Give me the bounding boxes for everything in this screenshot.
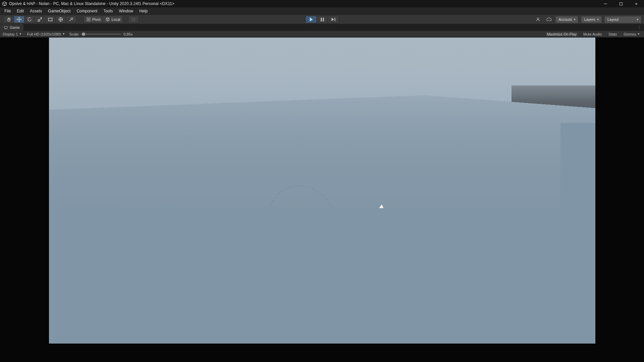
- language-region: INTL: [569, 355, 574, 358]
- console-warning-icon[interactable]: [2, 345, 7, 350]
- taskbar-app-discord[interactable]: [281, 351, 296, 362]
- taskbar-app-app-13[interactable]: X: [193, 351, 207, 362]
- taskbar-app-youtube[interactable]: ▶: [89, 351, 104, 362]
- collab-button[interactable]: [534, 16, 542, 23]
- taskbar-app-app-22[interactable]: [325, 351, 340, 362]
- discord-icon: [285, 353, 292, 360]
- battery-tray-icon[interactable]: [593, 351, 599, 362]
- close-button[interactable]: ×: [629, 0, 644, 7]
- tray-tray-app-1-icon[interactable]: [538, 354, 542, 359]
- handle-settings: Pivot Local: [84, 16, 123, 23]
- resolution-dropdown[interactable]: Full HD (644x362) ▾: [26, 32, 65, 36]
- start-button[interactable]: [0, 351, 15, 362]
- play-button[interactable]: [306, 16, 317, 23]
- hidden-icons-chevron[interactable]: ∧: [532, 351, 535, 362]
- rotate-icon: [27, 17, 32, 22]
- layout-dropdown[interactable]: Layout ▾: [604, 16, 641, 23]
- horse-head: [341, 203, 508, 344]
- progress-spinner-icon[interactable]: [635, 345, 640, 350]
- taskbar-app-app-3[interactable]: [45, 351, 60, 362]
- action-center-button[interactable]: [637, 351, 642, 362]
- taskbar-app-app-16[interactable]: ▲: [237, 351, 252, 362]
- taskbar-app-app-20[interactable]: 3: [296, 351, 311, 362]
- render-surface[interactable]: 604530: [49, 38, 595, 344]
- unity-app-icon: [2, 1, 7, 6]
- notifications-bell-icon[interactable]: [628, 345, 632, 350]
- network-tray-icon[interactable]: [577, 351, 582, 362]
- app-4-icon: PG: [63, 353, 71, 360]
- game-viewport: 604530: [0, 38, 644, 344]
- app-14-icon: [211, 353, 219, 360]
- layout-label: Layout: [607, 17, 619, 21]
- taskbar-app-app-8[interactable]: ◈: [119, 351, 133, 362]
- app-20-icon: 3: [300, 353, 307, 360]
- clock[interactable]: 2:35 PM 1/18/2022: [602, 351, 634, 362]
- taskbar-app-app-4[interactable]: PG: [60, 351, 74, 362]
- taskbar-app-app-17[interactable]: [252, 351, 266, 362]
- file-explorer-icon: ▭: [34, 353, 42, 360]
- menu-item-gameobject[interactable]: GameObject: [45, 7, 73, 15]
- stats-toggle[interactable]: Stats: [607, 32, 618, 36]
- taskbar-app-chrome[interactable]: [104, 351, 119, 362]
- menu-item-component[interactable]: Component: [73, 7, 100, 15]
- language-indicator[interactable]: ENG INTL: [561, 351, 574, 362]
- volume-tray-icon[interactable]: [585, 351, 590, 362]
- move-tool-button[interactable]: [14, 16, 24, 23]
- taskbar-app-app-18[interactable]: [266, 351, 281, 362]
- app-16-icon: ▲: [240, 353, 248, 360]
- transform-tool-button[interactable]: [55, 16, 66, 23]
- cloud-services-button[interactable]: [545, 16, 553, 23]
- tab-menu-button[interactable]: ⋮: [635, 24, 644, 31]
- taskbar-app-app-1[interactable]: [15, 351, 30, 362]
- menu-item-help[interactable]: Help: [136, 7, 151, 15]
- taskbar-app-premiere[interactable]: Pr: [163, 351, 178, 362]
- status-message[interactable]: startingAbility.Index = 7: [9, 345, 48, 349]
- scale-slider-thumb[interactable]: [82, 33, 85, 36]
- taskbar-app-app-5[interactable]: ▮: [74, 351, 89, 362]
- grid-snap-button[interactable]: [128, 16, 139, 23]
- compile-progress-bar[interactable]: Compiling shader: [561, 345, 604, 350]
- layers-dropdown[interactable]: Layers ▾: [581, 16, 602, 23]
- unity-icon: ◇: [344, 353, 352, 360]
- display-dropdown[interactable]: Display 1 ▾: [2, 32, 22, 36]
- status-bar: startingAbility.Index = 7 Compiling shad…: [0, 344, 644, 351]
- taskbar-app-app-12[interactable]: Pt: [178, 351, 193, 362]
- taskbar-app-steam[interactable]: ◉: [133, 351, 148, 362]
- pivot-icon: [86, 17, 91, 22]
- local-toggle[interactable]: Local: [103, 16, 123, 23]
- taskbar-app-visual-studio[interactable]: VS: [311, 351, 325, 362]
- step-button[interactable]: [328, 16, 339, 23]
- display-label: Display 1: [3, 32, 18, 36]
- menu-item-file[interactable]: File: [1, 7, 14, 15]
- taskbar-app-app-24[interactable]: ▣: [355, 351, 370, 362]
- taskbar-app-photoshop[interactable]: Ps: [148, 351, 163, 362]
- mute-audio-toggle[interactable]: Mute Audio: [582, 32, 603, 36]
- taskbar-app-app-14[interactable]: [207, 351, 222, 362]
- menu-item-tools[interactable]: Tools: [100, 7, 116, 15]
- pivot-toggle[interactable]: Pivot: [84, 16, 103, 23]
- scale-slider-track[interactable]: [81, 34, 121, 35]
- menu-item-edit[interactable]: Edit: [14, 7, 27, 15]
- scale-tool-button[interactable]: [35, 16, 45, 23]
- taskbar-app-unity[interactable]: ◇: [340, 351, 355, 362]
- taskbar-app-obs[interactable]: ◎: [222, 351, 237, 362]
- custom-tool-button[interactable]: [66, 16, 76, 23]
- rotate-tool-button[interactable]: [24, 16, 35, 23]
- taskbar-app-file-explorer[interactable]: ▭: [30, 351, 45, 362]
- tray-tray-app-2-icon[interactable]: [545, 354, 550, 359]
- pause-button[interactable]: [317, 16, 328, 23]
- caret-down-icon: ▾: [574, 18, 576, 21]
- menu-item-window[interactable]: Window: [116, 7, 136, 15]
- hand-tool-button[interactable]: [3, 16, 14, 23]
- microphone-tray-icon[interactable]: [553, 351, 558, 362]
- tab-game[interactable]: Game: [0, 24, 23, 31]
- gizmos-dropdown[interactable]: Gizmos ▾: [623, 32, 640, 36]
- maximize-button[interactable]: [613, 0, 629, 7]
- minimize-button[interactable]: [598, 0, 613, 7]
- menu-item-assets[interactable]: Assets: [27, 7, 45, 15]
- maximize-on-play-toggle[interactable]: Maximize On Play: [546, 32, 578, 36]
- rect-tool-button[interactable]: [45, 16, 56, 23]
- menu-bar: FileEditAssetsGameObjectComponentToolsWi…: [0, 7, 644, 15]
- build-hammer-icon[interactable]: [620, 345, 625, 350]
- account-dropdown[interactable]: Account ▾: [555, 16, 578, 23]
